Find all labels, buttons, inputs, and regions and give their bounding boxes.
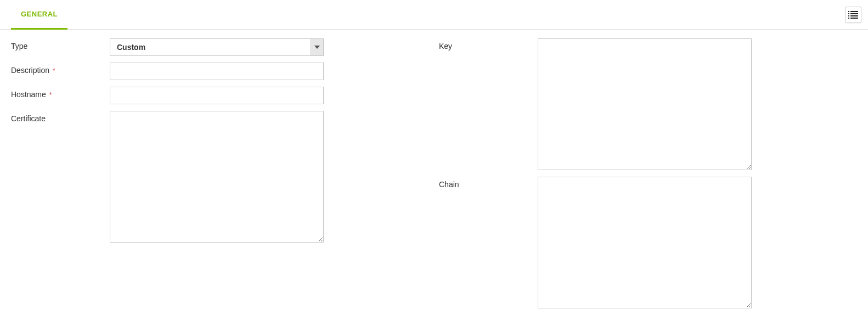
row-key: Key xyxy=(439,38,752,170)
row-certificate: Certificate xyxy=(11,111,324,243)
svg-rect-4 xyxy=(848,15,849,16)
form-area: Type Custom Description * Hostname * xyxy=(0,30,868,330)
list-view-button[interactable] xyxy=(845,7,861,23)
list-icon xyxy=(848,11,858,19)
label-description: Description * xyxy=(11,63,110,75)
description-input[interactable] xyxy=(110,63,324,80)
tab-general-label: GENERAL xyxy=(21,10,58,18)
form-column-right: Key Chain xyxy=(439,38,752,308)
chain-textarea[interactable] xyxy=(538,177,752,308)
svg-rect-3 xyxy=(850,13,858,14)
label-type-text: Type xyxy=(11,42,27,50)
type-select[interactable]: Custom xyxy=(110,38,324,56)
label-certificate-text: Certificate xyxy=(11,114,46,123)
svg-rect-6 xyxy=(848,18,849,19)
required-marker: * xyxy=(49,91,52,99)
type-select-value: Custom xyxy=(110,39,311,55)
required-marker: * xyxy=(53,67,55,75)
row-hostname: Hostname * xyxy=(11,87,324,104)
label-type: Type xyxy=(11,38,110,50)
chevron-down-icon xyxy=(311,39,323,55)
label-description-text: Description xyxy=(11,66,49,75)
label-hostname-text: Hostname xyxy=(11,90,46,99)
certificate-textarea[interactable] xyxy=(110,111,324,243)
label-chain-text: Chain xyxy=(439,180,459,189)
label-chain: Chain xyxy=(439,177,538,189)
svg-rect-5 xyxy=(850,15,858,16)
row-description: Description * xyxy=(11,63,324,80)
row-type: Type Custom xyxy=(11,38,324,56)
svg-rect-7 xyxy=(850,18,858,19)
hostname-input[interactable] xyxy=(110,87,324,104)
tab-bar: GENERAL xyxy=(0,0,868,30)
key-textarea[interactable] xyxy=(538,38,752,170)
label-hostname: Hostname * xyxy=(11,87,110,99)
svg-rect-1 xyxy=(850,11,858,12)
tab-general[interactable]: GENERAL xyxy=(11,1,67,30)
svg-rect-2 xyxy=(848,13,849,14)
label-key: Key xyxy=(439,38,538,50)
row-chain: Chain xyxy=(439,177,752,308)
label-certificate: Certificate xyxy=(11,111,110,123)
svg-rect-0 xyxy=(848,11,849,12)
label-key-text: Key xyxy=(439,42,452,50)
form-column-left: Type Custom Description * Hostname * xyxy=(11,38,324,308)
